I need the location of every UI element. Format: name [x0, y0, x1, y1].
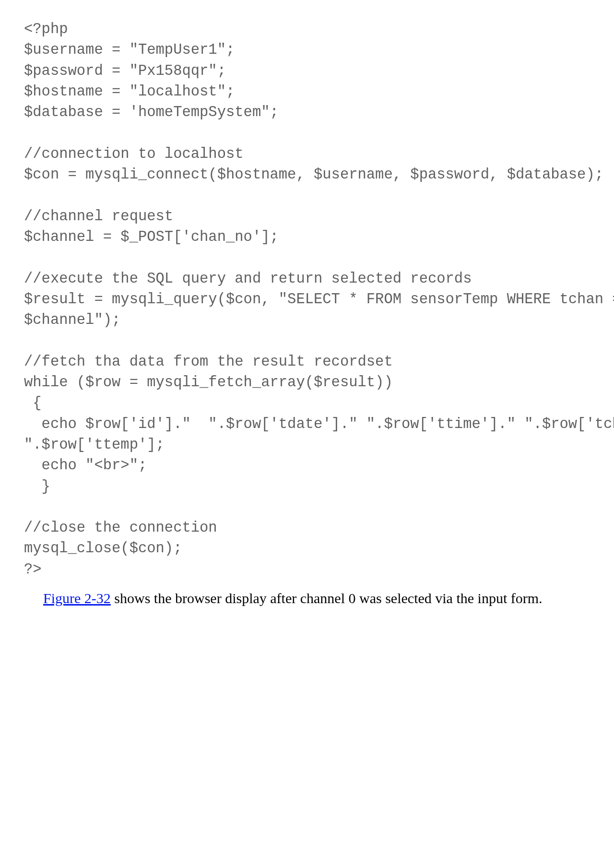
code-line: echo "<br>";	[24, 457, 147, 474]
caption-text: shows the browser display after channel …	[111, 590, 543, 606]
code-line: }	[24, 478, 50, 495]
code-line: $con = mysqli_connect($hostname, $userna…	[24, 166, 603, 183]
code-line: $hostname = "localhost";	[24, 83, 235, 100]
code-line: mysql_close($con);	[24, 540, 182, 557]
code-line: //fetch tha data from the result records…	[24, 354, 393, 370]
code-line: while ($row = mysqli_fetch_array($result…	[24, 374, 393, 391]
code-line: //close the connection	[24, 520, 217, 536]
figure-link[interactable]: Figure 2-32	[43, 590, 111, 606]
code-line: //connection to localhost	[24, 146, 244, 162]
code-line: $result = mysqli_query($con, "SELECT * F…	[24, 291, 614, 308]
code-line: ".$row['ttemp'];	[24, 437, 165, 453]
figure-caption: Figure 2-32 shows the browser display af…	[19, 589, 595, 608]
code-line: <?php	[24, 21, 68, 37]
code-line: {	[24, 395, 42, 411]
code-line: //channel request	[24, 208, 173, 225]
code-line: echo $row['id']." ".$row['tdate']." ".$r…	[24, 416, 614, 432]
code-line: $channel = $_POST['chan_no'];	[24, 229, 279, 245]
code-line: $password = "Px158qqr";	[24, 63, 226, 79]
code-line: $channel");	[24, 312, 120, 328]
code-line: $username = "TempUser1";	[24, 42, 235, 58]
code-line: $database = 'homeTempSystem";	[24, 104, 279, 120]
page-content: <?php $username = "TempUser1"; $password…	[0, 0, 614, 637]
php-code-block: <?php $username = "TempUser1"; $password…	[24, 19, 595, 580]
code-line: ?>	[24, 561, 42, 578]
code-line: //execute the SQL query and return selec…	[24, 271, 472, 287]
